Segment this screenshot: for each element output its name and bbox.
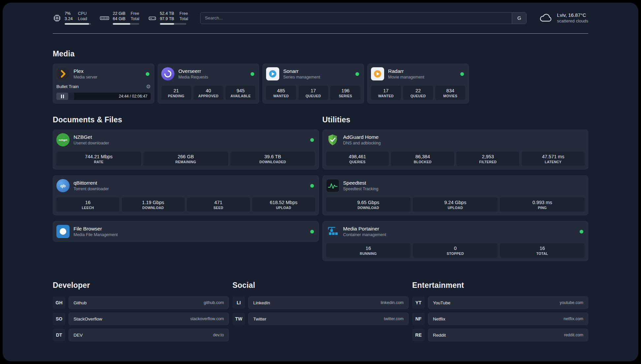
section-media: Media Plex Media server — [53, 49, 588, 104]
bookmark-youtube[interactable]: YT YouTube youtube.com — [412, 296, 588, 309]
status-dot — [580, 230, 583, 233]
app-card-portainer[interactable]: Media Portainer Container management 16 … — [322, 221, 589, 261]
app-card-sonarr[interactable]: Sonarr Series management 485 WANTED 17 Q… — [262, 64, 364, 104]
bookmark-name: Netflix — [433, 317, 445, 321]
app-subtitle: Usenet downloader — [74, 140, 109, 146]
cpu-icon — [53, 14, 61, 22]
bookmark-reddit[interactable]: RE Reddit reddit.com — [412, 329, 588, 341]
disk-free-label: Free — [179, 11, 188, 16]
bookmark-url: stackoverflow.com — [190, 317, 224, 321]
stat-pending: 21 PENDING — [161, 86, 191, 100]
app-name: Plex — [74, 68, 97, 75]
disk-total-value: 97.9 TB — [160, 16, 174, 22]
status-dot — [310, 138, 314, 142]
app-name: Media Portainer — [343, 226, 386, 232]
cpu-percent: 7% — [65, 11, 73, 16]
bookmark-dev[interactable]: DT DEV dev.to — [53, 329, 229, 341]
bookmark-bar: Netflix netflix.com — [428, 313, 588, 325]
bookmark-linkedin[interactable]: LI LinkedIn linkedin.com — [232, 296, 409, 309]
bookmark-url: reddit.com — [564, 333, 583, 337]
pause-icon — [61, 95, 64, 98]
bookmark-stackoverflow[interactable]: SO StackOverflow stackoverflow.com — [53, 313, 229, 325]
bookmark-group-entertainment: Entertainment YT YouTube youtube.com NF … — [412, 281, 588, 341]
pause-button[interactable] — [56, 93, 68, 100]
search-input[interactable] — [200, 13, 512, 24]
cpu-label: CPU — [78, 11, 87, 16]
app-card-overseerr[interactable]: Overseerr Media Requests 21 PENDING 40 A… — [158, 64, 259, 104]
stat-upload: 618.52 Mbps UPLOAD — [252, 197, 315, 212]
qbittorrent-icon: qb — [56, 179, 70, 192]
app-subtitle: Media Requests — [178, 75, 208, 80]
bookmark-name: StackOverflow — [74, 317, 102, 321]
app-subtitle: DNS and adblocking — [343, 140, 381, 146]
cpu-load-label: Load — [78, 16, 87, 22]
status-dot — [355, 72, 359, 76]
stat-filtered: 2,953 FILTERED — [456, 152, 519, 166]
search-engine-button[interactable]: G — [512, 13, 526, 24]
bookmark-twitter[interactable]: TW Twitter twitter.com — [232, 313, 409, 325]
dashboard-panel: 7% 3.24 CPU Load — [3, 3, 638, 361]
app-name: AdGuard Home — [343, 134, 381, 140]
topbar-divider — [53, 33, 588, 34]
status-dot — [146, 72, 149, 76]
bookmark-bar: Reddit reddit.com — [428, 329, 588, 341]
stat-series: 196 SERIES — [330, 86, 360, 100]
bookmark-abbr: LI — [232, 296, 245, 309]
section-title-social: Social — [232, 281, 409, 290]
app-subtitle: Series management — [283, 75, 320, 80]
app-card-adguard[interactable]: AdGuard Home DNS and adblocking 498,461 … — [322, 130, 589, 169]
stat-queries: 498,461 QUERIES — [326, 152, 389, 166]
bookmark-bar: StackOverflow stackoverflow.com — [69, 313, 229, 325]
bookmark-netflix[interactable]: NF Netflix netflix.com — [412, 313, 588, 325]
bookmark-name: Twitter — [253, 317, 266, 321]
section-title-entertainment: Entertainment — [412, 281, 588, 290]
bookmark-url: youtube.com — [560, 300, 583, 305]
app-card-nzbget[interactable]: nzbget NZBGet Usenet downloader 744.21 M… — [53, 130, 319, 169]
app-card-speedtest[interactable]: Speedtest Speedtest Tracking 9.65 Gbps D… — [322, 175, 589, 215]
bookmark-url: netflix.com — [564, 317, 583, 321]
disk-progressbar — [160, 23, 186, 25]
bookmark-url: dev.to — [213, 333, 224, 337]
stat-blocked: 86,384 BLOCKED — [391, 152, 454, 166]
app-subtitle: Media server — [74, 75, 97, 80]
stat-ping: 0.993 ms PING — [500, 197, 585, 212]
app-card-filebrowser[interactable]: File Browser Media File Management — [53, 221, 319, 242]
ram-free-value: 22 GiB — [113, 11, 125, 16]
app-card-qbittorrent[interactable]: qb qBittorrent Torrent downloader 16 LEE… — [53, 175, 319, 215]
stat-seed: 471 SEED — [187, 197, 250, 212]
stat-wanted: 17 WANTED — [371, 86, 401, 100]
bookmark-abbr: TW — [232, 313, 245, 325]
disk-free-value: 52.4 TB — [160, 11, 174, 16]
topbar: 7% 3.24 CPU Load — [53, 3, 588, 25]
ram-metric: 22 GiB 64 GiB Free Total — [100, 11, 139, 25]
bookmark-bar: DEV dev.to — [69, 329, 229, 341]
bookmark-group-developer: Developer GH Github github.com SO StackO… — [53, 281, 229, 341]
cloud-icon — [538, 13, 553, 23]
stat-available: 945 AVAILABLE — [226, 86, 256, 100]
bookmark-abbr: YT — [412, 296, 425, 309]
filebrowser-icon — [56, 225, 70, 238]
app-name: Sonarr — [283, 68, 320, 75]
app-name: Radarr — [388, 68, 424, 75]
bookmark-bar: LinkedIn linkedin.com — [248, 296, 409, 309]
adguard-icon — [326, 133, 339, 146]
bookmark-name: Reddit — [433, 333, 446, 338]
bookmark-github[interactable]: GH Github github.com — [53, 296, 229, 309]
app-name: File Browser — [74, 226, 118, 232]
cpu-progressbar — [65, 23, 91, 25]
app-card-plex[interactable]: Plex Media server Bullet Train ⚙ 24:44 /… — [53, 64, 154, 104]
section-title-media: Media — [53, 49, 588, 58]
stat-downloaded: 39.6 TB DOWNLOADED — [230, 152, 315, 166]
weather-widget: Lviv, 16.87°C scattered clouds — [538, 12, 588, 24]
media-player-bar[interactable]: 24:44 / 02:06:47 — [56, 93, 151, 100]
section-title-developer: Developer — [53, 281, 229, 290]
stat-running: 16 RUNNING — [326, 243, 411, 258]
gear-icon[interactable]: ⚙ — [146, 84, 151, 89]
weather-condition: scattered clouds — [557, 18, 588, 24]
bookmark-name: YouTube — [433, 300, 450, 305]
ram-progressbar — [113, 23, 139, 25]
app-card-radarr[interactable]: Radarr Movie management 17 WANTED 22 QUE… — [367, 64, 469, 104]
app-subtitle: Media File Management — [74, 232, 118, 237]
portainer-icon — [326, 225, 339, 238]
section-title-utilities: Utilities — [322, 115, 589, 124]
